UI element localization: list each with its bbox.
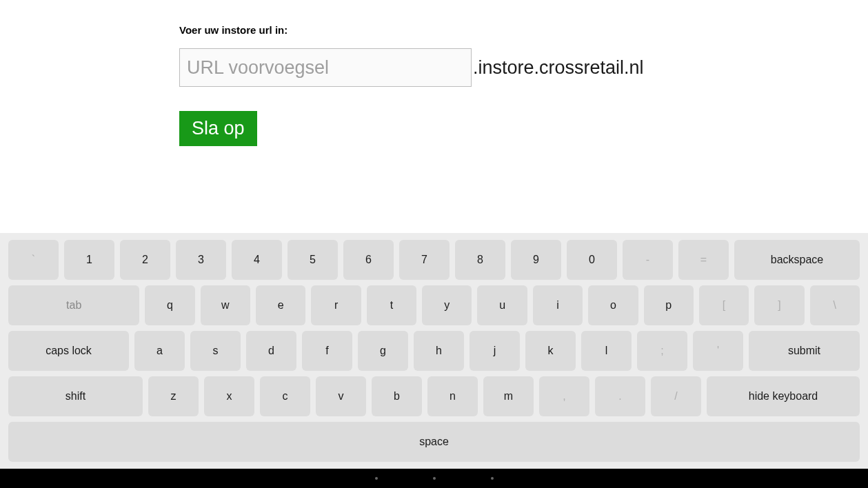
key-comma[interactable]: , [539,376,589,416]
save-button[interactable]: Sla op [179,111,257,146]
key-4[interactable]: 4 [232,240,282,280]
key-f[interactable]: f [302,331,352,371]
nav-back-icon[interactable] [375,477,378,480]
key-period[interactable]: . [595,376,645,416]
key-v[interactable]: v [316,376,366,416]
key-semicolon[interactable]: ; [637,331,687,371]
key-m[interactable]: m [483,376,534,416]
url-prefix-input[interactable] [179,48,472,87]
key-p[interactable]: p [644,285,694,325]
key-o[interactable]: o [588,285,638,325]
key-h[interactable]: h [414,331,464,371]
key-i[interactable]: i [533,285,583,325]
key-minus[interactable]: - [623,240,673,280]
key-shift[interactable]: shift [8,376,143,416]
key-s[interactable]: s [190,331,241,371]
nav-recent-icon[interactable] [491,477,494,480]
nav-home-icon[interactable] [433,477,436,480]
key-5[interactable]: 5 [287,240,338,280]
key-b[interactable]: b [372,376,422,416]
key-d[interactable]: d [246,331,296,371]
key-w[interactable]: w [201,285,250,325]
key-tab[interactable]: tab [8,285,139,325]
key-8[interactable]: 8 [455,240,505,280]
key-backtick[interactable]: ` [8,240,59,280]
keyboard-row-3: caps lock a s d f g h j k l ; ' submit [8,331,860,371]
key-t[interactable]: t [367,285,416,325]
key-r[interactable]: r [311,285,361,325]
key-apostrophe[interactable]: ' [693,331,743,371]
form-area: Voer uw instore url in: .instore.crossre… [0,0,868,146]
key-equals[interactable]: = [678,240,729,280]
keyboard-row-1: ` 1 2 3 4 5 6 7 8 9 0 - = backspace [8,240,860,280]
key-backslash[interactable]: \ [810,285,860,325]
key-0[interactable]: 0 [567,240,617,280]
key-u[interactable]: u [477,285,527,325]
key-9[interactable]: 9 [511,240,561,280]
input-row: .instore.crossretail.nl [179,48,868,87]
key-slash[interactable]: / [651,376,701,416]
key-y[interactable]: y [422,285,472,325]
key-c[interactable]: c [260,376,310,416]
keyboard-row-4: shift z x c v b n m , . / hide keyboard [8,376,860,416]
key-caps-lock[interactable]: caps lock [8,331,129,371]
key-hide-keyboard[interactable]: hide keyboard [707,376,860,416]
key-n[interactable]: n [427,376,478,416]
keyboard-row-5: space [8,422,860,462]
key-l[interactable]: l [581,331,632,371]
key-2[interactable]: 2 [120,240,170,280]
key-j[interactable]: j [470,331,520,371]
key-submit[interactable]: submit [749,331,860,371]
key-a[interactable]: a [134,331,185,371]
key-k[interactable]: k [525,331,576,371]
key-bracket-right[interactable]: ] [754,285,804,325]
key-x[interactable]: x [204,376,254,416]
key-6[interactable]: 6 [343,240,394,280]
key-1[interactable]: 1 [64,240,114,280]
key-q[interactable]: q [145,285,194,325]
key-7[interactable]: 7 [399,240,450,280]
key-space[interactable]: space [8,422,860,462]
key-3[interactable]: 3 [176,240,226,280]
on-screen-keyboard: ` 1 2 3 4 5 6 7 8 9 0 - = backspace tab … [0,233,868,469]
key-g[interactable]: g [358,331,408,371]
key-z[interactable]: z [148,376,199,416]
url-suffix: .instore.crossretail.nl [473,57,644,79]
keyboard-row-2: tab q w e r t y u i o p [ ] \ [8,285,860,325]
form-label: Voer uw instore url in: [179,24,868,36]
system-nav-bar [0,469,868,488]
key-bracket-left[interactable]: [ [699,285,749,325]
key-e[interactable]: e [256,285,305,325]
key-backspace[interactable]: backspace [734,240,860,280]
